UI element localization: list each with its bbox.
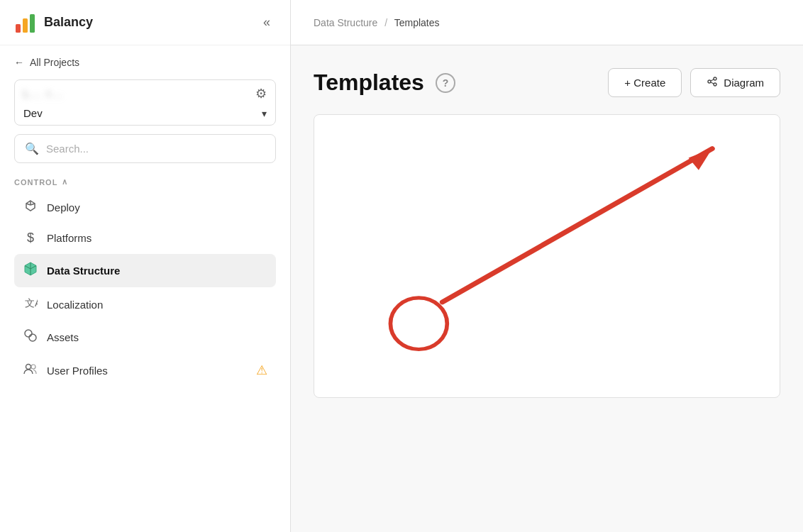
control-section-label: CONTROL ∧ (14, 177, 276, 187)
svg-point-4 (25, 330, 32, 337)
svg-marker-13 (689, 149, 712, 170)
env-selector[interactable]: Dev ▾ (23, 107, 267, 119)
breadcrumb: Data Structure / Templates (314, 17, 440, 28)
diagram-button-label: Diagram (724, 77, 764, 89)
sidebar-item-deploy[interactable]: Deploy (14, 192, 276, 222)
svg-line-12 (443, 149, 712, 302)
collapse-button[interactable]: « (257, 12, 276, 33)
sidebar-item-assets[interactable]: Assets (14, 321, 276, 353)
annotation-overlay (314, 115, 780, 397)
logo-area: Balancy (14, 11, 93, 34)
logo-icon (14, 11, 37, 34)
sidebar-item-data-structure[interactable]: Data Structure (14, 254, 276, 287)
warning-badge-icon: ⚠ (256, 362, 267, 378)
sidebar-item-deploy-label: Deploy (47, 201, 80, 214)
sidebar-item-user-profiles-label: User Profiles (47, 365, 108, 377)
svg-point-10 (714, 83, 716, 86)
svg-point-5 (29, 334, 36, 341)
data-structure-icon (23, 261, 38, 280)
help-icon[interactable]: ? (436, 73, 455, 93)
app-name: Balancy (44, 15, 93, 30)
sidebar-item-platforms[interactable]: $ Platforms (14, 223, 276, 253)
search-box[interactable]: 🔍 Search... (14, 134, 276, 163)
sidebar-item-data-structure-label: Data Structure (47, 265, 120, 277)
back-arrow-icon: ← (14, 57, 24, 68)
page-title: Templates (314, 70, 424, 96)
platforms-icon: $ (23, 231, 38, 245)
svg-rect-2 (30, 14, 35, 33)
chevron-up-icon: ∧ (62, 177, 68, 187)
content-area (314, 114, 780, 398)
svg-point-7 (31, 365, 35, 369)
svg-point-9 (714, 77, 716, 80)
svg-point-11 (390, 298, 447, 350)
assets-icon (23, 328, 38, 345)
project-selector: L... r... ⚙ Dev ▾ (14, 79, 276, 126)
project-name-row: L... r... ⚙ (23, 86, 267, 101)
svg-text:文A: 文A (25, 297, 38, 309)
main-content: Data Structure / Templates Templates ? +… (291, 0, 803, 532)
breadcrumb-parent: Data Structure (314, 17, 377, 28)
all-projects-label: All Projects (30, 57, 79, 68)
header-actions: + Create Diagram (608, 68, 780, 97)
env-label: Dev (23, 107, 43, 119)
sidebar: Balancy « ← All Projects L... r... ⚙ Dev… (0, 0, 291, 532)
user-profiles-icon (23, 361, 38, 379)
page-header: Templates ? + Create Diagram (314, 68, 780, 97)
diagram-icon (707, 76, 718, 89)
search-placeholder: Search... (46, 143, 89, 155)
svg-point-6 (26, 365, 31, 370)
settings-icon[interactable]: ⚙ (255, 86, 267, 101)
sidebar-item-platforms-label: Platforms (47, 232, 92, 244)
nav-items: Deploy $ Platforms (14, 192, 276, 387)
sidebar-item-assets-label: Assets (47, 331, 79, 343)
all-projects-link[interactable]: ← All Projects (14, 57, 276, 68)
sidebar-item-localization[interactable]: 文A Localization (14, 289, 276, 320)
create-button[interactable]: + Create (608, 68, 682, 97)
sidebar-item-localization-label: Localization (47, 299, 103, 311)
svg-point-8 (708, 80, 711, 83)
topbar: Data Structure / Templates (291, 0, 803, 45)
search-icon: 🔍 (25, 142, 39, 155)
chevron-down-icon: ▾ (262, 108, 267, 119)
breadcrumb-separator: / (384, 17, 387, 28)
svg-rect-0 (16, 24, 21, 33)
deploy-icon (23, 199, 38, 215)
diagram-button[interactable]: Diagram (690, 68, 780, 97)
localization-icon: 文A (23, 296, 38, 313)
main-body: Templates ? + Create Diagram (291, 45, 803, 532)
sidebar-content: ← All Projects L... r... ⚙ Dev ▾ 🔍 Searc… (0, 45, 290, 532)
breadcrumb-current: Templates (394, 17, 440, 28)
sidebar-header: Balancy « (0, 0, 290, 45)
svg-rect-1 (23, 18, 28, 33)
project-name: L... r... (23, 88, 64, 99)
sidebar-item-user-profiles[interactable]: User Profiles ⚠ (14, 354, 276, 387)
